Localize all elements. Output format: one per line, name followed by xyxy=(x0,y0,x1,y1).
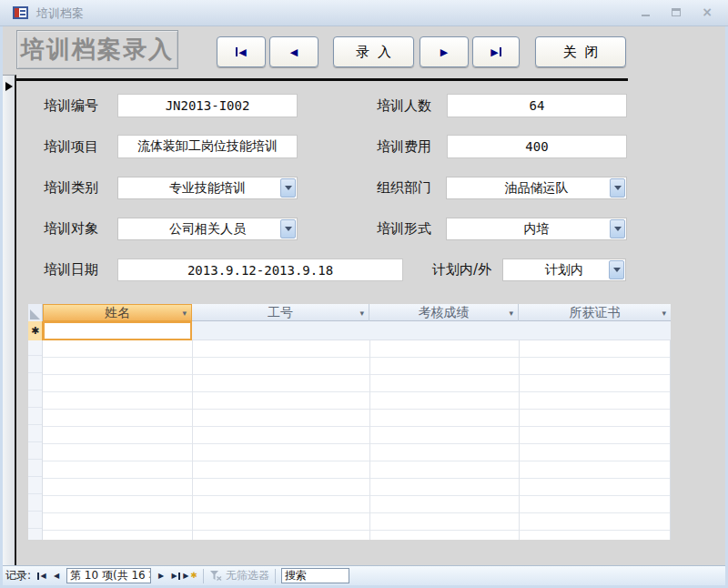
column-dropdown-icon[interactable]: ▾ xyxy=(662,309,666,318)
column-dropdown-icon[interactable]: ▾ xyxy=(509,309,513,318)
form-type-combobox[interactable]: 内培 xyxy=(446,218,627,240)
last-record-icon xyxy=(500,47,501,56)
planned-combobox[interactable]: 计划内 xyxy=(502,259,626,281)
datasheet-header-row: 姓名 ▾ 工号 ▾ 考核成绩 ▾ 所获证书 ▾ xyxy=(28,304,671,321)
form-type-label: 培训形式 xyxy=(377,218,431,240)
last-record-button[interactable]: ▶ xyxy=(472,36,520,67)
department-dropdown-button[interactable] xyxy=(610,178,625,198)
cost-label: 培训费用 xyxy=(377,135,431,158)
chevron-down-icon xyxy=(285,186,292,194)
department-label: 组织部门 xyxy=(377,177,431,199)
chevron-down-icon xyxy=(614,227,622,235)
next-record-button[interactable]: ▶ xyxy=(420,36,469,67)
close-icon: × xyxy=(702,5,713,19)
active-cell-name[interactable] xyxy=(43,321,192,340)
record-position-box[interactable]: 第 10 项(共 16 项) xyxy=(66,568,151,583)
separator xyxy=(275,569,276,583)
record-label: 记录: xyxy=(5,568,31,583)
form-title: 培训档案录入 xyxy=(16,30,178,69)
select-all-corner[interactable] xyxy=(28,304,43,321)
title-bar[interactable]: 培训档案 × xyxy=(0,0,728,26)
close-form-button[interactable]: 关闭 xyxy=(535,36,626,67)
department-combobox[interactable]: 油品储运队 xyxy=(446,177,627,199)
datasheet-body-grid[interactable] xyxy=(43,340,671,540)
restore-icon xyxy=(672,8,681,16)
minimize-button[interactable] xyxy=(637,4,653,20)
project-field[interactable]: 流体装卸工岗位技能培训 xyxy=(117,135,298,158)
new-record-row[interactable] xyxy=(192,321,671,340)
date-label: 培训日期 xyxy=(44,259,98,281)
column-divider xyxy=(519,340,520,540)
column-dropdown-icon[interactable]: ▾ xyxy=(182,309,187,318)
minimize-icon xyxy=(642,15,650,16)
next-record-icon: ▶ xyxy=(158,573,164,580)
date-field[interactable]: 2013.9.12-2013.9.18 xyxy=(117,259,403,281)
previous-record-button[interactable]: ◀ xyxy=(269,36,318,67)
trainees-datasheet: 姓名 ▾ 工号 ▾ 考核成绩 ▾ 所获证书 ▾ ✱ xyxy=(28,304,671,540)
category-dropdown-button[interactable] xyxy=(280,178,296,198)
entry-button[interactable]: 录入 xyxy=(333,36,414,67)
column-divider xyxy=(369,340,370,540)
statusbar-next-record-button[interactable]: ▶ xyxy=(154,569,168,583)
column-header-certificate[interactable]: 所获证书 ▾ xyxy=(519,304,671,321)
row-selector-column[interactable] xyxy=(28,321,43,540)
status-bar: 记录: ◀ ◀ 第 10 项(共 16 项) ▶ ▶ ▶✱ 无筛选器 搜索 xyxy=(0,565,728,585)
column-header-employee-id[interactable]: 工号 ▾ xyxy=(192,304,369,321)
last-record-icon xyxy=(178,573,180,580)
search-input[interactable]: 搜索 xyxy=(281,568,349,583)
column-header-score[interactable]: 考核成绩 ▾ xyxy=(369,304,519,321)
column-divider xyxy=(192,340,193,540)
record-selector-strip[interactable] xyxy=(2,75,16,565)
access-form-window: 培训档案 × 培训档案录入 ◀ ◀ 录入 ▶ ▶ 关闭 培训编号 JN2013-… xyxy=(0,0,728,588)
form-icon xyxy=(13,6,28,19)
current-record-marker-icon xyxy=(5,82,13,91)
next-record-icon: ▶ xyxy=(440,47,448,57)
header-divider xyxy=(15,78,628,81)
close-window-button[interactable]: × xyxy=(699,4,715,20)
trainee-count-field[interactable]: 64 xyxy=(447,94,627,117)
statusbar-previous-record-button[interactable]: ◀ xyxy=(49,569,64,583)
window-border xyxy=(0,26,3,588)
planned-dropdown-button[interactable] xyxy=(609,260,624,279)
statusbar-last-record-button[interactable]: ▶ xyxy=(168,569,183,583)
no-filter-button[interactable]: 无筛选器 xyxy=(209,568,269,583)
first-record-icon xyxy=(37,573,39,580)
new-record-selector[interactable]: ✱ xyxy=(28,321,43,340)
form-type-dropdown-button[interactable] xyxy=(610,219,625,238)
chevron-down-icon xyxy=(614,186,622,194)
window-title: 培训档案 xyxy=(36,5,84,22)
column-dropdown-icon[interactable]: ▾ xyxy=(359,309,364,318)
cost-field[interactable]: 400 xyxy=(447,135,627,158)
trainee-count-label: 培训人数 xyxy=(377,94,431,117)
filter-icon xyxy=(209,570,222,582)
first-record-button[interactable]: ◀ xyxy=(217,36,266,67)
planned-label: 计划内/外 xyxy=(432,259,491,281)
restore-button[interactable] xyxy=(668,4,684,20)
statusbar-first-record-button[interactable]: ◀ xyxy=(35,569,49,583)
audience-label: 培训对象 xyxy=(44,218,98,240)
statusbar-new-record-button[interactable]: ▶✱ xyxy=(183,569,197,583)
previous-record-icon: ◀ xyxy=(54,573,59,580)
new-record-star-icon: ✱ xyxy=(31,325,39,337)
audience-dropdown-button[interactable] xyxy=(280,219,296,238)
chevron-down-icon xyxy=(285,227,292,235)
previous-record-icon: ◀ xyxy=(290,47,298,57)
new-record-star-icon: ✱ xyxy=(190,572,197,580)
training-id-field[interactable]: JN2013-I002 xyxy=(117,94,298,117)
column-header-name[interactable]: 姓名 ▾ xyxy=(43,304,192,321)
category-combobox[interactable]: 专业技能培训 xyxy=(117,177,298,199)
audience-combobox[interactable]: 公司相关人员 xyxy=(117,218,298,240)
chevron-down-icon xyxy=(613,268,621,276)
separator xyxy=(203,569,204,583)
project-label: 培训项目 xyxy=(44,135,98,158)
category-label: 培训类别 xyxy=(44,177,98,199)
training-id-label: 培训编号 xyxy=(44,94,98,117)
first-record-icon xyxy=(236,47,238,56)
